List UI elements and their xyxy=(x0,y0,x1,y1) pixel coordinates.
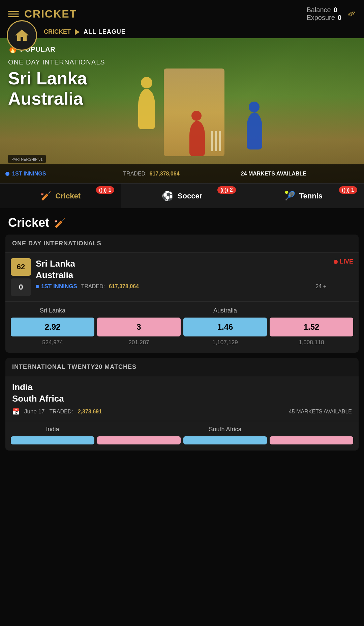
hero-innings-section: 1ST INNINGS xyxy=(5,171,123,177)
hamburger-menu-button[interactable] xyxy=(8,11,19,17)
balance-exposure-info: Balance 0 Exposure 0 xyxy=(306,6,341,22)
tennis-icon: 🎾 xyxy=(284,191,295,201)
hero-bottom-bar: 1ST INNINGS TRADED: 617,378,064 24 MARKE… xyxy=(0,164,364,183)
australia-back-vol: 1,107,129 xyxy=(183,339,267,346)
hero-banner[interactable]: 🔥 POPULAR ONE DAY INTERNATIONALS Sri Lan… xyxy=(0,38,364,183)
odds-team-label-empty xyxy=(97,307,181,314)
balance-value: 0 xyxy=(334,6,337,14)
india-team: India xyxy=(12,382,33,392)
breadcrumb: CRICKET ALL LEAGUE xyxy=(0,26,364,38)
srilanka-lay-vol: 201,287 xyxy=(97,339,181,346)
calendar-icon: 📅 xyxy=(12,408,20,415)
hero-team2: Australia xyxy=(8,89,83,108)
odds-volumes: 524,974 201,287 1,107,129 1,008,118 xyxy=(11,339,353,346)
odds-teams-labels: Sri Lanka Australia xyxy=(11,307,353,314)
tennis-live-dot: ((·)) xyxy=(342,187,350,193)
stumps xyxy=(211,131,221,151)
live-indicator: LIVE xyxy=(334,258,353,265)
upcoming-traded-label: TRADED: xyxy=(50,409,73,415)
sport-tabs: ((·)) 1 🏏 Cricket ((·)) 2 ⚽ Soccer ((·))… xyxy=(0,183,364,208)
match-num-top: 62 xyxy=(11,258,31,276)
breadcrumb-cricket[interactable]: CRICKET xyxy=(44,28,71,35)
australia-lay-button[interactable]: 1.52 xyxy=(270,318,353,336)
breadcrumb-all-league[interactable]: ALL LEAGUE xyxy=(84,28,126,35)
innings-dot-icon xyxy=(5,172,9,176)
sport-tab-soccer[interactable]: ((·)) 2 ⚽ Soccer xyxy=(121,184,243,208)
cricket-section-title: Cricket xyxy=(8,216,49,230)
bottom-teams-labels: India South Africa xyxy=(11,426,353,433)
exposure-row: Exposure 0 xyxy=(306,14,341,22)
match-row-srilanka-australia[interactable]: 62 0 Sri Lanka Australia 1ST INNINGS TRA… xyxy=(5,252,359,301)
hero-traded-label: TRADED: xyxy=(123,171,147,177)
bottom-team-label-empty xyxy=(97,426,181,433)
odi-league-header: ONE DAY INTERNATIONALS xyxy=(5,235,359,252)
cricket-live-badge: ((·)) 1 xyxy=(96,186,114,194)
hero-innings-label: 1ST INNINGS xyxy=(12,171,46,177)
odds-buttons: 2.92 3 1.46 1.52 xyxy=(11,318,353,336)
match-num-bot: 0 xyxy=(11,278,31,296)
match-info: Sri Lanka Australia 1ST INNINGS TRADED: … xyxy=(36,258,329,290)
cricket-live-count: 1 xyxy=(108,187,111,193)
header: CRICKET Balance 0 Exposure 0 ✏ xyxy=(0,0,364,26)
bottom-odds-buttons xyxy=(11,436,353,444)
upcoming-teams: India South Africa xyxy=(12,382,352,405)
odds-team-label-empty2 xyxy=(270,307,353,314)
markets-count: 24 + xyxy=(315,283,329,290)
bottom-team-label-india: India xyxy=(11,426,94,433)
odds-team-label-srilanka: Sri Lanka xyxy=(11,307,94,314)
traded-value: 617,378,064 xyxy=(109,283,139,290)
cricket-section-icon: 🏏 xyxy=(54,217,66,228)
srilanka-lay-button[interactable]: 3 xyxy=(97,318,181,336)
southafrica-lay-button[interactable] xyxy=(270,436,353,444)
exposure-value: 0 xyxy=(338,14,341,22)
odds-team-label-australia: Australia xyxy=(183,307,267,314)
odds-row-srilanka-australia: Sri Lanka Australia 2.92 3 1.46 1.52 524… xyxy=(5,301,359,353)
cricket-tab-label: Cricket xyxy=(55,192,81,200)
match-row-india-southafrica[interactable]: India South Africa 📅 June 17 TRADED: 2,3… xyxy=(5,376,359,421)
hero-traded-value: 617,378,064 xyxy=(150,171,180,177)
balance-row: Balance 0 xyxy=(306,6,341,14)
match-number-col: 62 0 xyxy=(11,258,31,296)
upcoming-markets: 45 MARKETS AVAILABLE xyxy=(289,409,352,415)
match-teams: Sri Lanka Australia xyxy=(36,258,329,281)
sport-tab-tennis[interactable]: ((·)) 1 🎾 Tennis xyxy=(243,184,364,208)
player-yellow xyxy=(138,89,155,129)
odi-league-container: ONE DAY INTERNATIONALS 62 0 Sri Lanka Au… xyxy=(5,235,359,353)
balance-label: Balance xyxy=(306,6,331,14)
hero-team1: Sri Lanka xyxy=(8,69,87,88)
bottom-team-label-southafrica: South Africa xyxy=(183,426,267,433)
srilanka-back-button[interactable]: 2.92 xyxy=(11,318,94,336)
hero-subtitle: ONE DAY INTERNATIONALS xyxy=(8,58,105,66)
australia-back-button[interactable]: 1.46 xyxy=(183,318,267,336)
soccer-live-dot: ((·)) xyxy=(220,187,228,193)
cricket-icon: 🏏 xyxy=(40,191,51,201)
live-text: LIVE xyxy=(340,258,353,265)
player-blue xyxy=(247,112,262,149)
sport-tab-cricket[interactable]: ((·)) 1 🏏 Cricket xyxy=(0,184,121,208)
edit-icon-button[interactable]: ✏ xyxy=(346,7,358,21)
tennis-live-badge: ((·)) 1 xyxy=(339,186,357,194)
soccer-live-badge: ((·)) 2 xyxy=(217,186,236,194)
match-team2: Australia xyxy=(36,270,73,280)
soccer-live-count: 2 xyxy=(230,187,233,193)
match-meta: 1ST INNINGS TRADED: 617,378,064 24 + xyxy=(36,283,329,290)
match-date: June 17 xyxy=(24,408,45,415)
traded-label: TRADED: xyxy=(81,283,105,290)
soccer-tab-label: Soccer xyxy=(178,192,202,200)
innings-text: 1ST INNINGS xyxy=(41,283,77,290)
upcoming-traded-value: 2,373,691 xyxy=(78,409,102,415)
india-lay-button[interactable] xyxy=(97,436,181,444)
southafrica-team: South Africa xyxy=(12,393,64,404)
t20-league-header: INTERNATIONAL TWENTY20 MATCHES xyxy=(5,358,359,376)
live-red-dot-icon xyxy=(334,260,338,264)
player-red xyxy=(189,121,205,156)
exposure-label: Exposure xyxy=(306,14,335,22)
hero-teams: Sri Lanka Australia xyxy=(8,69,87,109)
upcoming-odds-row: India South Africa xyxy=(5,421,359,451)
southafrica-back-button[interactable] xyxy=(183,436,267,444)
india-back-button[interactable] xyxy=(11,436,94,444)
srilanka-back-vol: 524,974 xyxy=(11,339,94,346)
home-button[interactable] xyxy=(7,20,37,51)
australia-lay-vol: 1,008,118 xyxy=(270,339,353,346)
soccer-icon: ⚽ xyxy=(162,190,174,201)
